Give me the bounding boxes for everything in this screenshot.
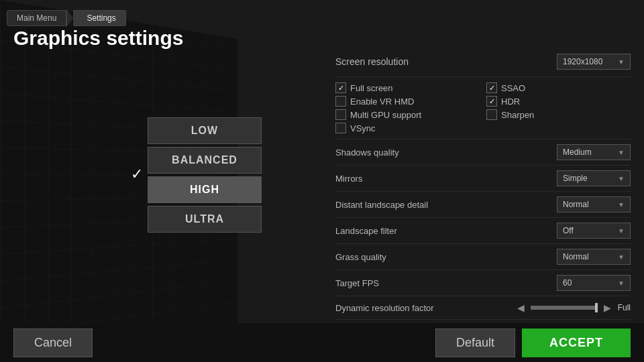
dropdown-value-1: Simple: [563, 174, 588, 183]
dropdown-label-1: Mirrors: [335, 174, 557, 184]
checkbox-sharpen-label: Sharpen: [501, 110, 534, 120]
dropdown-value-3: Off: [563, 226, 574, 235]
breadcrumb-main-menu[interactable]: Main Menu: [7, 10, 66, 26]
dropdown-value-4: Normal: [563, 252, 589, 261]
checkbox-sharpen[interactable]: Sharpen: [486, 109, 631, 120]
checkbox-vsync[interactable]: VSync: [335, 123, 480, 133]
dropdown-value-2: Normal: [563, 200, 589, 209]
dropdown-value-0: Medium: [563, 147, 592, 157]
checkbox-vsync-label: VSync: [350, 123, 376, 133]
checkbox-multi-gpu[interactable]: Multi GPU support: [335, 109, 480, 120]
dropdown-arrow-0: ▼: [618, 149, 625, 156]
slider-label-0: Dynamic resolution factor: [335, 303, 515, 313]
checkbox-fullscreen[interactable]: Full screen: [335, 82, 480, 93]
checkbox-multi-gpu-box[interactable]: [335, 109, 346, 120]
checkbox-multi-gpu-label: Multi GPU support: [350, 110, 421, 120]
dropdown-control-4[interactable]: Normal ▼: [557, 249, 631, 265]
resolution-row: Screen resolution 1920x1080 ▼: [335, 47, 631, 77]
preset-high[interactable]: HIGH: [148, 176, 262, 203]
dropdown-rows: Shadows quality Medium ▼ Mirrors Simple …: [335, 139, 631, 296]
dropdown-arrow-2: ▼: [618, 201, 625, 208]
slider-control-0: ◀ ▶ Full: [515, 301, 631, 314]
default-button[interactable]: Default: [435, 328, 515, 357]
preset-low[interactable]: LOW: [148, 117, 262, 144]
slider-fill-0: [531, 306, 598, 310]
preset-checkmark: ✓: [131, 166, 143, 183]
dropdown-label-5: Target FPS: [335, 278, 557, 288]
slider-thumb-0[interactable]: [595, 303, 598, 312]
slider-right-arrow-0[interactable]: ▶: [601, 301, 614, 314]
resolution-label: Screen resolution: [335, 56, 409, 67]
checkbox-fullscreen-box[interactable]: [335, 82, 346, 93]
resolution-value: 1920x1080: [563, 57, 602, 66]
checkbox-vr-hmd[interactable]: Enable VR HMD: [335, 96, 480, 107]
dropdown-arrow-1: ▼: [618, 175, 625, 182]
dropdown-row-0: Shadows quality Medium ▼: [335, 139, 631, 166]
checkbox-vsync-box[interactable]: [335, 123, 346, 133]
accept-button[interactable]: ACCEPT: [522, 328, 631, 357]
resolution-dropdown[interactable]: 1920x1080 ▼: [557, 54, 631, 70]
dropdown-row-1: Mirrors Simple ▼: [335, 166, 631, 192]
dropdown-control-1[interactable]: Simple ▼: [557, 170, 631, 186]
resolution-dropdown-arrow: ▼: [618, 58, 625, 66]
dropdown-label-3: Landscape filter: [335, 226, 557, 236]
slider-track-0[interactable]: [531, 306, 598, 310]
dropdown-arrow-4: ▼: [618, 253, 625, 261]
right-panel: Screen resolution 1920x1080 ▼ Full scree…: [322, 47, 644, 355]
dropdown-row-4: Grass quality Normal ▼: [335, 244, 631, 270]
cancel-button[interactable]: Cancel: [13, 328, 93, 357]
breadcrumb-settings[interactable]: Settings: [73, 10, 125, 26]
slider-value-0: Full: [617, 303, 631, 312]
dropdown-control-5[interactable]: 60 ▼: [557, 275, 631, 291]
bottom-bar: Cancel Default ACCEPT: [0, 323, 644, 362]
dropdown-row-3: Landscape filter Off ▼: [335, 218, 631, 244]
dropdown-row-5: Target FPS 60 ▼: [335, 270, 631, 296]
dropdown-label-2: Distant landscape detail: [335, 200, 557, 210]
dropdown-control-3[interactable]: Off ▼: [557, 223, 631, 239]
checkboxes-grid: Full screen SSAO Enable VR HMD HDR Multi…: [335, 77, 631, 139]
dropdown-control-2[interactable]: Normal ▼: [557, 196, 631, 213]
checkbox-sharpen-box[interactable]: [486, 109, 497, 120]
breadcrumb: Main Menu Settings: [7, 9, 126, 27]
checkbox-hdr-box[interactable]: [486, 96, 497, 107]
preset-ultra[interactable]: ULTRA: [148, 206, 262, 233]
checkbox-ssao-box[interactable]: [486, 82, 497, 93]
dropdown-label-4: Grass quality: [335, 252, 557, 262]
breadcrumb-separator: [66, 9, 73, 27]
dropdown-row-2: Distant landscape detail Normal ▼: [335, 192, 631, 218]
checkbox-ssao-label: SSAO: [501, 83, 525, 93]
dropdown-arrow-3: ▼: [618, 227, 625, 235]
checkbox-hdr-label: HDR: [501, 97, 520, 107]
checkbox-vr-hmd-label: Enable VR HMD: [350, 97, 414, 107]
checkbox-vr-hmd-box[interactable]: [335, 96, 346, 107]
dropdown-value-5: 60: [563, 278, 572, 288]
page-title: Graphics settings: [13, 27, 183, 50]
checkbox-ssao[interactable]: SSAO: [486, 82, 631, 93]
right-buttons: Default ACCEPT: [435, 328, 631, 357]
checkbox-hdr[interactable]: HDR: [486, 96, 631, 107]
dropdown-arrow-5: ▼: [618, 280, 625, 287]
slider-left-arrow-0[interactable]: ◀: [515, 301, 527, 314]
presets-container: LOW BALANCED HIGH ULTRA: [148, 117, 262, 233]
dropdown-label-0: Shadows quality: [335, 147, 557, 158]
checkbox-fullscreen-label: Full screen: [350, 83, 393, 93]
preset-balanced[interactable]: BALANCED: [148, 147, 262, 174]
slider-row-0: Dynamic resolution factor ◀ ▶ Full: [335, 296, 631, 320]
dropdown-control-0[interactable]: Medium ▼: [557, 144, 631, 160]
